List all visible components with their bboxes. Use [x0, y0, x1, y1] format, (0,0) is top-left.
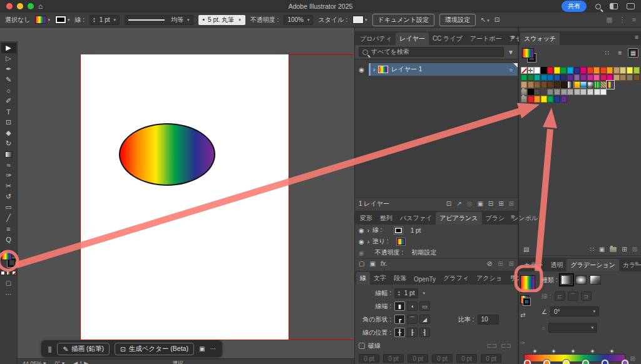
visibility-eye-icon[interactable]: ◉ [355, 63, 369, 76]
tab-swatches[interactable]: スウォッチ [520, 33, 560, 45]
layer-name[interactable]: レイヤー 1 [391, 65, 422, 74]
swatch[interactable] [528, 67, 534, 74]
canvas-area[interactable]: ▮ ✎描画 (鉛筆) ⊡生成ベクター (Beta) ▣ ⋯ 44.05% ▾ 0… [18, 41, 354, 364]
dash-value-field[interactable]: 0 pt [432, 354, 453, 363]
stroke-color-dropdown[interactable]: ▾ [55, 16, 70, 24]
stroke-color-swatch[interactable] [394, 227, 403, 234]
swatch[interactable] [567, 74, 573, 81]
search-icon[interactable] [595, 4, 601, 9]
panel-tab[interactable]: グラフィ [439, 272, 473, 285]
more-tools-icon[interactable]: ⋯ [6, 291, 12, 298]
swatch[interactable] [574, 74, 580, 81]
swatch[interactable] [554, 81, 560, 88]
fill-color-dropdown[interactable]: ▾ [35, 16, 50, 24]
dash-value-field[interactable]: 0 pt [481, 354, 501, 363]
fill-stroke-proxy[interactable] [1, 251, 17, 267]
swatch[interactable] [534, 74, 540, 81]
dash-value-field[interactable]: 0 pt [456, 354, 477, 363]
swatch[interactable] [521, 89, 527, 96]
gradient-stop[interactable] [543, 360, 550, 364]
document-setup-button[interactable]: ドキュメント設定 [372, 14, 434, 26]
scissors-tool[interactable]: ✂ [1, 181, 16, 191]
fill-proxy-icon[interactable] [1, 251, 12, 260]
reference-image-icon[interactable]: ▣ [199, 345, 205, 352]
stroke-width-field[interactable]: ▴▾1 pt [394, 288, 418, 298]
swatch[interactable] [534, 96, 540, 103]
round-cap-button[interactable]: ◖ [407, 301, 418, 311]
gradient-ellipse-object[interactable] [119, 123, 215, 186]
artboard-tool[interactable]: ▭ [1, 202, 16, 213]
grid-view-icon[interactable]: ▦ [628, 48, 638, 58]
gradient-midpoint[interactable] [590, 349, 595, 353]
swatch[interactable] [521, 81, 527, 88]
clear-appearance-icon[interactable]: ⊘ [487, 260, 492, 267]
width-tool[interactable]: ≈ [1, 159, 16, 170]
round-join-button[interactable]: ⌒ [407, 315, 418, 324]
filter-icon[interactable]: ▼ [508, 49, 514, 56]
delete-layer-icon[interactable]: ⊠ [509, 200, 514, 207]
panel-tab[interactable]: 段落 [390, 272, 410, 285]
panel-tab[interactable]: グラデーション [567, 259, 618, 271]
swatch[interactable] [547, 74, 553, 81]
curvature-tool[interactable]: ✎ [1, 74, 16, 85]
swatch[interactable] [600, 74, 607, 81]
share-screen-icon[interactable]: ⊡ [495, 16, 500, 23]
stacking-icon[interactable]: ⋮ [619, 16, 626, 24]
eraser-tool[interactable]: ◆ [1, 128, 16, 138]
panel-menu-icon[interactable]: ≡ [635, 260, 638, 267]
tool-cursor-icon[interactable]: ↖▾ [481, 16, 490, 23]
swatch[interactable] [587, 81, 593, 88]
expand-chevron-icon[interactable]: › [373, 66, 375, 73]
rotate-tool[interactable]: ↻ [1, 138, 16, 149]
workspace-icon[interactable] [610, 3, 618, 9]
direct-selection-tool[interactable]: ▷ [1, 53, 16, 64]
panel-tab[interactable]: 変形 [356, 212, 376, 225]
delete-item-icon[interactable]: ⊠ [509, 260, 514, 267]
panel-tab[interactable]: パスファイ [396, 212, 436, 225]
swatch[interactable] [561, 96, 567, 103]
swatch[interactable] [607, 81, 613, 88]
swatch[interactable] [534, 81, 540, 88]
gradient-stop[interactable] [524, 360, 531, 364]
new-color-group-icon[interactable] [610, 247, 617, 252]
panel-tab[interactable]: CC ライブ [429, 33, 466, 45]
swatch[interactable] [593, 74, 600, 81]
swatch[interactable] [554, 89, 560, 96]
gradient-stop[interactable] [582, 360, 589, 364]
duplicate-item-icon[interactable]: ⊞ [498, 260, 503, 267]
butt-cap-button[interactable]: ▮ [394, 301, 405, 311]
panel-tab[interactable]: 整列 [376, 212, 396, 225]
graph-tool[interactable]: ≡ [1, 223, 16, 234]
swatch[interactable] [633, 74, 640, 81]
bevel-join-button[interactable]: ◢ [419, 315, 430, 324]
layer-row[interactable]: ◉ › レイヤー 1 ○ [355, 63, 518, 76]
swatch[interactable] [521, 74, 527, 81]
swatch[interactable] [521, 96, 527, 103]
zoom-tool[interactable]: Q [1, 234, 16, 245]
panel-menu-icon[interactable]: ≡ [511, 273, 515, 280]
swatch[interactable] [633, 67, 640, 74]
swatch[interactable] [600, 89, 607, 96]
swatch[interactable] [567, 81, 573, 88]
swatch[interactable] [560, 67, 567, 74]
swatch[interactable] [574, 81, 580, 88]
dash-value-field[interactable]: 0 pt [359, 354, 379, 363]
generate-vector-button[interactable]: ⊡生成ベクター (Beta) [115, 343, 194, 355]
swatch[interactable] [547, 89, 553, 96]
locate-object-icon[interactable]: ◎ [467, 200, 473, 207]
panel-menu-icon[interactable]: ≡ [511, 213, 515, 220]
make-clip-mask-icon[interactable]: ⊡ [446, 200, 451, 207]
align-outside-button[interactable]: ┨ [419, 328, 430, 337]
swatch[interactable] [587, 74, 593, 81]
swatch[interactable] [541, 96, 547, 103]
rotation-level[interactable]: 0° ▾ [55, 360, 65, 363]
fx-icon[interactable]: fx. [381, 260, 387, 267]
stroke-width-field[interactable]: ▴▾1 pt▾ [90, 15, 120, 25]
gradient-bar[interactable] [524, 354, 625, 362]
draw-pencil-button[interactable]: ✎描画 (鉛筆) [57, 343, 110, 355]
rotate-view-tool[interactable]: ↺ [1, 191, 16, 202]
swatch[interactable] [547, 67, 553, 74]
swatch[interactable] [627, 67, 633, 74]
projecting-cap-button[interactable]: ▭ [419, 301, 430, 311]
swatch[interactable] [528, 74, 534, 81]
